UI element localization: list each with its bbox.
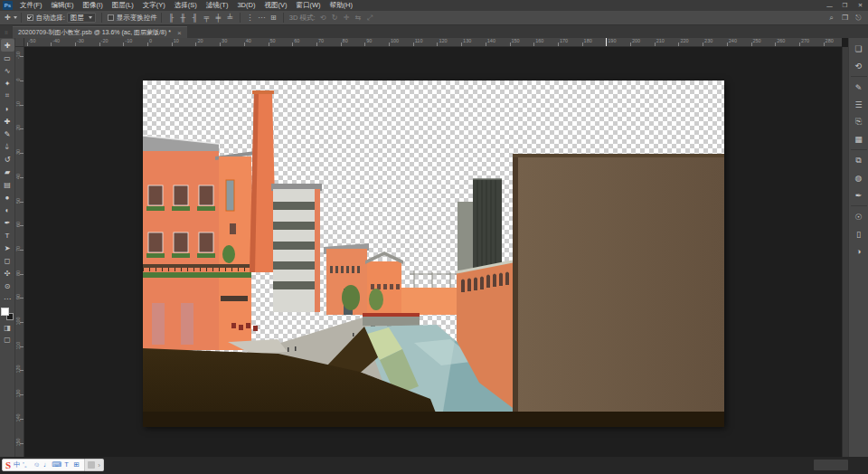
3d-slide-icon[interactable]: ⇆ [353,12,364,24]
type-tool[interactable]: T [1,229,14,242]
ime-expand-icon[interactable]: › [98,461,100,469]
distribute-spacing-icon[interactable]: ⊞ [268,12,279,24]
ruler-origin-corner[interactable] [15,38,24,47]
eraser-tool[interactable]: ▰ [1,166,14,178]
foreground-color-swatch[interactable] [1,308,9,316]
menu-bar: Ps 文件(F)编辑(E)图像(I)图层(L)文字(Y)选择(S)滤镜(T)3D… [0,0,868,11]
magic-wand-tool[interactable]: ✦ [1,77,14,90]
sogou-logo-icon[interactable]: S [5,460,11,470]
align-vertical-centers-icon[interactable]: ╪ [212,12,224,24]
tab-close-icon[interactable]: × [177,29,182,37]
ruler-label: 260 [777,38,785,43]
spot-healing-brush-tool[interactable]: ✚ [1,115,14,128]
move-tool-icon: ✛ [3,14,12,22]
3d-orbit-icon[interactable]: ⟲ [317,12,329,24]
rectangle-tool[interactable]: ◻ [1,254,14,267]
channels-panel-icon[interactable]: ◍ [850,169,868,186]
punctuation-icon[interactable]: ’。 [22,460,32,469]
layers-panel-icon[interactable]: ⧉ [850,152,868,169]
path-selection-tool[interactable]: ➤ [1,242,14,254]
menu-item[interactable]: 帮助(H) [326,0,357,11]
history-panel-icon[interactable]: ⟲ [850,57,868,74]
tab-overflow-icon[interactable]: ⁞⁞ [0,26,13,38]
hand-tool[interactable]: ✣ [1,267,14,280]
close-button[interactable]: ✕ [853,0,868,11]
3d-pan-icon[interactable]: ✛ [341,12,353,24]
eyedropper-tool[interactable]: ◗ [1,102,14,115]
move-tool[interactable]: ✛ [1,39,14,52]
distribute-horizontal-icon[interactable]: ⋯ [256,12,268,24]
align-bottom-edges-icon[interactable]: ╧ [224,12,236,24]
auto-select-dropdown[interactable]: 图层 [67,13,96,23]
ruler-tick [510,43,511,46]
align-left-edges-icon[interactable]: ╟ [165,12,177,24]
align-horizontal-centers-icon[interactable]: ╫ [177,12,189,24]
ruler-tick [292,43,293,46]
zoom-tool[interactable]: ⊙ [1,280,14,292]
align-right-edges-icon[interactable]: ╢ [189,12,201,24]
properties-panel-icon[interactable]: ☰ [850,96,868,113]
vertical-scrollbar[interactable] [842,47,848,457]
canvas[interactable] [143,81,724,427]
horizontal-ruler[interactable]: -50-40-30-20-100102030405060708090100110… [24,38,842,47]
menu-item[interactable]: 图像(I) [79,0,108,11]
toolbox-icon[interactable]: ⊞ [71,460,81,469]
crop-tool[interactable]: ⌗ [1,90,14,102]
ime-state-icon[interactable] [88,461,95,469]
photoshop-app-icon[interactable]: Ps [3,1,13,10]
menu-item[interactable]: 窗口(W) [291,0,325,11]
tool-preset-caret-icon[interactable] [14,16,17,19]
screen-mode-button[interactable]: ▢ [1,334,14,346]
ruler-tick [799,43,800,46]
quick-mask-button[interactable]: ◨ [1,322,14,334]
menu-item[interactable]: 图层(L) [108,0,138,11]
libraries-panel-icon[interactable]: ▦ [850,130,868,147]
dodge-tool[interactable]: ◐ [1,204,14,216]
gradient-tool[interactable]: ▤ [1,178,14,191]
clone-source-panel-icon[interactable]: ⎘ [850,113,868,130]
menu-item[interactable]: 滤镜(T) [202,0,233,11]
menu-item[interactable]: 视图(V) [259,0,291,11]
brush-settings-panel-icon[interactable]: ✎ [850,79,868,96]
share-icon[interactable]: ⎋ [853,12,864,24]
clone-stamp-tool[interactable]: ⍙ [1,140,14,153]
edit-toolbar-button[interactable]: ⋯ [1,292,14,305]
minimize-button[interactable]: — [822,0,837,11]
rectangular-marquee-tool[interactable]: ▭ [1,52,14,64]
skin-icon[interactable]: T [61,460,71,469]
learn-panel-icon[interactable]: ☉ [850,208,868,225]
soft-keyboard-icon[interactable]: ⌨ [52,460,61,469]
ruler-label: 30 [15,147,21,156]
vertical-ruler[interactable]: -100102030405060708090100110120130140150 [15,47,24,457]
histogram-panel-icon[interactable]: ◑ [850,242,868,260]
align-top-edges-icon[interactable]: ╤ [201,12,212,24]
restore-button[interactable]: ❐ [837,0,853,11]
emoticon-icon[interactable]: ☺ [32,460,42,469]
search-icon[interactable]: ⌕ [826,12,837,24]
voice-input-icon[interactable]: ♩ [42,460,52,469]
separator [21,13,22,23]
swatches-panel-icon[interactable]: ❏ [850,40,868,57]
menu-item[interactable]: 文件(F) [15,0,47,11]
brush-tool[interactable]: ✎ [1,128,14,140]
menu-item[interactable]: 选择(S) [170,0,202,11]
pen-tool[interactable]: ✒ [1,216,14,229]
menu-item[interactable]: 编辑(E) [47,0,79,11]
tray-item[interactable] [814,460,848,470]
distribute-vertical-icon[interactable]: ⋮ [244,12,256,24]
show-transform-checkbox[interactable] [108,14,114,21]
menu-item[interactable]: 3D(D) [232,0,259,11]
3d-roll-icon[interactable]: ↻ [329,12,341,24]
menu-item[interactable]: 文字(Y) [138,0,170,11]
notes-panel-icon[interactable]: ▯ [850,225,868,242]
document-tab[interactable]: 20200709-制图小教室.psb @ 13.6% (ac, 图层蒙版/8) … [13,26,187,38]
workspace-switcher-icon[interactable]: ❒ [839,12,851,24]
input-mode-icon[interactable]: 中 [12,460,22,469]
lasso-tool[interactable]: ∿ [1,64,14,77]
3d-zoom-icon[interactable]: ⤢ [364,12,376,24]
auto-select-checkbox[interactable] [27,14,33,21]
document-tab-title: 20200709-制图小教室.psb @ 13.6% (ac, 图层蒙版/8) … [18,28,171,37]
history-brush-tool[interactable]: ↺ [1,153,14,166]
paths-panel-icon[interactable]: ✒ [850,186,868,204]
blur-tool[interactable]: ● [1,191,14,204]
